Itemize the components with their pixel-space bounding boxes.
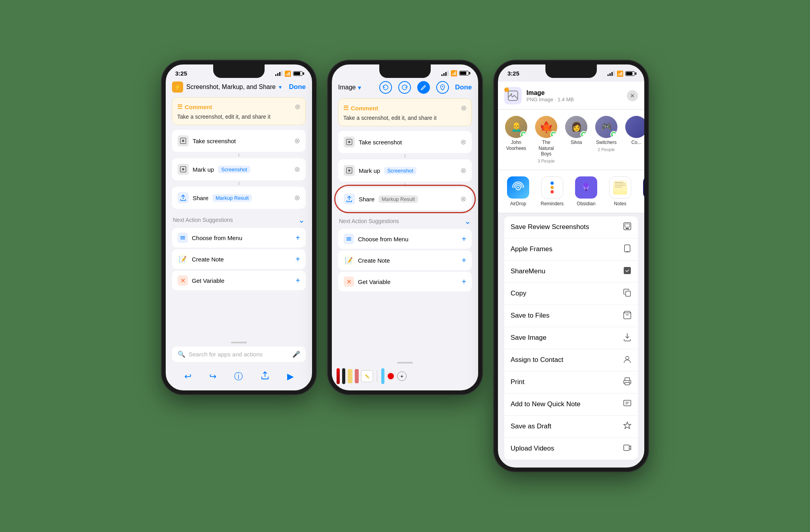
suggestion-note-2[interactable]: 📝 Create Note + [338, 250, 472, 270]
markup-action-icon-2 [344, 165, 355, 176]
share-close-button-3[interactable]: ✕ [627, 90, 638, 101]
suggestion-add-var-2[interactable]: + [462, 277, 466, 286]
badge-silvia-3 [580, 131, 587, 138]
edit-icon-2[interactable] [417, 81, 430, 94]
suggestions-label-1: Next Action Suggestions [173, 217, 233, 223]
app-obsidian-3[interactable]: Obsidian [572, 176, 600, 206]
suggestion-name-menu-1: Choose from Menu [192, 235, 242, 241]
app-notes-3[interactable]: Notes [606, 176, 634, 206]
action-quick-note-3[interactable]: Add to New Quick Note [504, 394, 638, 416]
suggestions-expand-1[interactable]: ⌄ [298, 215, 305, 225]
action-take-screenshot-1[interactable]: Take screenshot ⊗ [172, 130, 306, 152]
connector-4 [405, 183, 405, 186]
scroll-indicator-1 [231, 342, 247, 343]
pen-black-2[interactable] [342, 368, 345, 384]
action-copy-3[interactable]: Copy [504, 283, 638, 305]
pen-pink-2[interactable] [355, 369, 359, 383]
svg-rect-6 [180, 239, 185, 240]
person-silvia-3[interactable]: 👩 Silvia [564, 116, 588, 163]
svg-point-1 [182, 140, 184, 142]
highlighter-yellow-2[interactable] [348, 369, 352, 383]
status-icons-3: 📶 [608, 70, 635, 77]
person-switchers-3[interactable]: 🎮 Switchers 2 People [594, 116, 618, 163]
back-button-1[interactable]: ↩ [184, 371, 191, 382]
comment-close-1[interactable]: ⊗ [295, 102, 301, 111]
avatar-john-3: 👨‍🦲 [505, 116, 527, 138]
svg-rect-13 [346, 239, 351, 240]
suggestion-note-1[interactable]: 📝 Create Note + [172, 249, 306, 269]
ruler-tool-2[interactable]: 📏 [361, 370, 373, 382]
person-more-3[interactable]: Co... [625, 116, 644, 163]
search-area-1: 🔍 Search for apps and actions 🎤 [172, 339, 306, 362]
action-save-draft-3[interactable]: Save as Draft [504, 416, 638, 438]
action-apple-frames-3[interactable]: Apple Frames [504, 239, 638, 261]
suggestion-variable-1[interactable]: ✕ Get Variable + [172, 271, 306, 290]
suggestion-add-note-1[interactable]: + [295, 255, 300, 264]
pen-red-2[interactable] [337, 368, 340, 384]
action-close-markup-1[interactable]: ⊗ [294, 165, 300, 174]
screenshot-icon-1 [178, 135, 189, 146]
action-save-review-3[interactable]: Save Review Screenshots [504, 216, 638, 239]
action-save-image-3[interactable]: Save Image [504, 327, 638, 349]
play-button-1[interactable]: ▶ [287, 371, 294, 382]
chevron-icon-1[interactable]: ▾ [279, 84, 282, 90]
action-close-markup-2[interactable]: ⊗ [460, 166, 466, 175]
suggestion-add-note-2[interactable]: + [462, 256, 466, 265]
done-button-2[interactable]: Done [455, 83, 472, 91]
action-share-1[interactable]: Share Markup Result ⊗ [172, 187, 306, 209]
app-more-3[interactable]: M M... [640, 176, 644, 206]
location-icon-2[interactable] [436, 81, 449, 94]
save-files-label-3: Save to Files [511, 312, 549, 320]
action-upload-videos-3[interactable]: Upload Videos [504, 438, 638, 460]
action-markup-2[interactable]: Mark up Screenshot ⊗ [338, 159, 472, 182]
wifi-icon-3: 📶 [617, 70, 623, 77]
action-assign-contact-3[interactable]: Assign to Contact [504, 349, 638, 371]
markup-tools-row-2: Done [379, 81, 472, 94]
action-take-screenshot-2[interactable]: Take screenshot ⊗ [338, 131, 472, 153]
forward-button-1[interactable]: ↪ [209, 371, 216, 382]
suggestion-add-var-1[interactable]: + [295, 276, 300, 285]
screenshots-container: 3:25 📶 ⚡ Screen [162, 61, 648, 471]
undo-icon-2[interactable] [379, 81, 392, 94]
action-markup-1[interactable]: Mark up Screenshot ⊗ [172, 158, 306, 180]
svg-point-11 [348, 169, 350, 172]
action-sharemenu-3[interactable]: ShareMenu [504, 261, 638, 283]
suggestion-add-menu-2[interactable]: + [462, 235, 466, 244]
action-close-share-2[interactable]: ⊗ [460, 195, 466, 203]
markup-chevron-2[interactable]: ▾ [358, 84, 361, 91]
suggestion-menu-1[interactable]: Choose from Menu + [172, 228, 306, 248]
action-close-share-1[interactable]: ⊗ [294, 193, 300, 202]
pen-blue-2[interactable] [381, 368, 384, 384]
phone2-content: Image ▾ [332, 78, 478, 299]
svg-rect-12 [346, 237, 351, 238]
suggestion-add-menu-1[interactable]: + [295, 233, 300, 242]
person-john-3[interactable]: 👨‍🦲 JohnVoorhees [504, 116, 528, 163]
app-reminders-3[interactable]: Reminders [538, 176, 566, 206]
mic-icon-1[interactable]: 🎤 [292, 350, 300, 358]
add-tool-2[interactable]: + [397, 371, 407, 381]
action-close-ss-2[interactable]: ⊗ [460, 138, 466, 146]
action-close-screenshot-1[interactable]: ⊗ [294, 136, 300, 145]
share-button-1[interactable] [261, 371, 269, 382]
comment-header-2: ☰ Comment ⊗ [343, 104, 467, 112]
person-natural-boys-3[interactable]: 🍁 The Natural Boys 3 People [534, 116, 558, 163]
svg-point-9 [348, 141, 350, 143]
search-bar-1[interactable]: 🔍 Search for apps and actions 🎤 [172, 346, 306, 362]
action-share-2[interactable]: Share Markup Result ⊗ [338, 188, 472, 210]
info-button-1[interactable]: ⓘ [234, 371, 243, 382]
app-airdrop-3[interactable]: AirDrop [504, 176, 532, 206]
comment-close-2[interactable]: ⊗ [461, 104, 467, 112]
phone-1: 3:25 📶 ⚡ Screen [162, 61, 316, 394]
notes-app-icon-3 [609, 176, 631, 199]
action-print-3[interactable]: Print [504, 371, 638, 394]
redo-icon-2[interactable] [398, 81, 411, 94]
avatar-switchers-3: 🎮 [595, 116, 617, 138]
color-picker-2[interactable] [387, 372, 395, 380]
suggestion-menu-2[interactable]: Choose from Menu + [338, 229, 472, 249]
done-button-1[interactable]: Done [289, 83, 306, 91]
action-save-files-3[interactable]: Save to Files [504, 305, 638, 327]
suggestions-expand-2[interactable]: ⌄ [464, 216, 471, 226]
svg-rect-5 [180, 238, 185, 239]
svg-rect-27 [624, 267, 631, 274]
suggestion-variable-2[interactable]: ✕ Get Variable + [338, 272, 472, 292]
